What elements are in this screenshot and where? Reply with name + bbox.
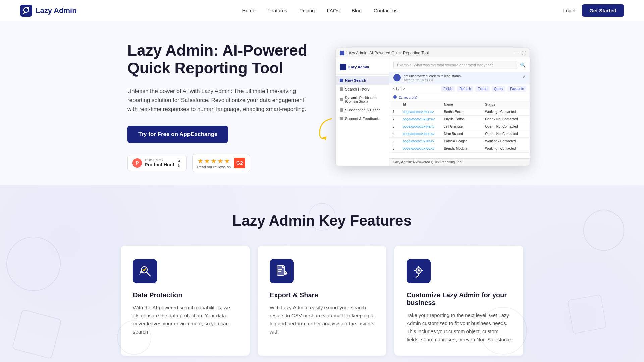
feature-card-2-title: Export & Share bbox=[270, 291, 374, 299]
mockup-sidebar: Lazy Admin New Search Search History bbox=[336, 58, 389, 166]
table-header: Id Name Status bbox=[389, 101, 530, 108]
features-section: Lazy Admin Key Features Data Protection … bbox=[0, 185, 644, 362]
upvote-arrow-icon: ▲ bbox=[177, 158, 182, 163]
svg-point-2 bbox=[27, 7, 29, 9]
table-row: 4 00QSi00000CdXfOEAV Mike Braund Open - … bbox=[389, 130, 530, 138]
header-actions: Login Get Started bbox=[563, 4, 624, 17]
result-timestamp: 2023.11.17, 10:33 AM bbox=[404, 79, 461, 82]
sidebar-item-icon bbox=[340, 79, 343, 82]
product-hunt-badge[interactable]: P FIND US ON Product Hunt ▲ 5 bbox=[127, 155, 187, 171]
data-protection-icon bbox=[133, 259, 157, 283]
mockup-search-input[interactable]: Example: What was the total revenue gene… bbox=[393, 61, 517, 69]
hero-description: Unleash the power of AI with Lazy Admin:… bbox=[127, 86, 315, 114]
mockup-toolbar: < 1 / 1 > Fields Refresh Export Query Fa… bbox=[389, 84, 530, 94]
feature-card-3-desc: Take your reporting to the next level. G… bbox=[407, 311, 511, 344]
feature-card-1-desc: With the AI-powered search capabilities,… bbox=[133, 304, 237, 336]
pagination-control[interactable]: < 1 / 1 > bbox=[393, 87, 405, 91]
g2-badge[interactable]: ★★★★★ Read our reviews on G2 bbox=[192, 154, 250, 172]
mockup-controls: — ⛶ bbox=[515, 51, 526, 55]
nav-home[interactable]: Home bbox=[242, 8, 255, 13]
header: Lazy Admin Home Features Pricing FAQs Bl… bbox=[0, 0, 644, 21]
get-started-button[interactable]: Get Started bbox=[582, 4, 624, 17]
mockup-tab: Lazy Admin: AI-Powered Quick Reporting T… bbox=[340, 51, 429, 55]
svg-rect-10 bbox=[568, 295, 606, 334]
product-hunt-name: Product Hunt bbox=[145, 162, 174, 167]
records-count: 22 record(s) bbox=[389, 94, 530, 101]
features-grid: Data Protection With the AI-powered sear… bbox=[121, 246, 523, 356]
mockup-table: Id Name Status 1 00QSi00000CdXfLEAV Bert… bbox=[389, 101, 530, 158]
hero-right: Lazy Admin: AI-Powered Quick Reporting T… bbox=[335, 48, 530, 166]
sidebar-search-history[interactable]: Search History bbox=[336, 85, 389, 94]
toolbar-actions: Fields Refresh Export Query Favourite bbox=[441, 86, 526, 92]
table-row: 1 00QSi00000CdXfLEAV Bertha Boxer Workin… bbox=[389, 108, 530, 116]
mockup-footer: Lazy Admin: AI-Powered Quick Reporting T… bbox=[389, 158, 530, 166]
feature-card-customize: Customize Lazy Admin for your business T… bbox=[394, 246, 523, 356]
table-row: 3 00QSi00000CdXfNEAV Jeff Glimpse Open -… bbox=[389, 123, 530, 130]
feature-card-data-protection: Data Protection With the AI-powered sear… bbox=[121, 246, 250, 356]
hero-title: Lazy Admin: AI-Powered Quick Reporting T… bbox=[127, 42, 315, 77]
sidebar-item-icon bbox=[340, 117, 343, 120]
hero-section: Lazy Admin: AI-Powered Quick Reporting T… bbox=[0, 21, 644, 185]
fields-button[interactable]: Fields bbox=[441, 86, 455, 92]
feature-card-export-share: Export & Share With Lazy Admin, easily e… bbox=[258, 246, 386, 356]
svg-point-6 bbox=[7, 237, 60, 291]
table-row: 2 00QSi00000CdXfMEAV Phyllis Cotton Open… bbox=[389, 116, 530, 123]
product-hunt-icon: P bbox=[132, 158, 142, 168]
sidebar-dynamic-dashboards[interactable]: Dynamic Dashboards (Coming Soon) bbox=[336, 94, 389, 106]
sidebar-support[interactable]: Support & Feedback bbox=[336, 114, 389, 123]
data-protection-icon-wrap bbox=[133, 259, 157, 283]
favourite-button[interactable]: Favourite bbox=[507, 86, 526, 92]
query-button[interactable]: Query bbox=[492, 86, 505, 92]
table-row: 6 00QSi00000CdXfQCAV Brenda Mcclure Work… bbox=[389, 145, 530, 153]
logo-icon bbox=[20, 5, 32, 17]
nav-features[interactable]: Features bbox=[267, 8, 287, 13]
login-button[interactable]: Login bbox=[563, 8, 575, 13]
export-button[interactable]: Export bbox=[475, 86, 490, 92]
sidebar-item-icon bbox=[340, 108, 343, 112]
mockup-search-icon[interactable]: 🔍 bbox=[520, 62, 526, 68]
mockup-search-bar: Example: What was the total revenue gene… bbox=[389, 58, 530, 72]
customize-icon-wrap bbox=[407, 259, 431, 283]
sidebar-new-search[interactable]: New Search bbox=[336, 76, 389, 85]
app-mockup: Lazy Admin: AI-Powered Quick Reporting T… bbox=[335, 48, 530, 166]
export-share-icon bbox=[270, 259, 294, 283]
nav-blog[interactable]: Blog bbox=[352, 8, 362, 13]
nav-pricing[interactable]: Pricing bbox=[300, 8, 315, 13]
svg-rect-5 bbox=[340, 51, 344, 55]
hero-left: Lazy Admin: AI-Powered Quick Reporting T… bbox=[127, 42, 315, 172]
sidebar-item-icon bbox=[340, 98, 343, 101]
nav-faqs[interactable]: FAQs bbox=[327, 8, 339, 13]
logo-text: Lazy Admin bbox=[36, 6, 77, 15]
customize-icon bbox=[407, 259, 431, 283]
logo[interactable]: Lazy Admin bbox=[20, 5, 77, 17]
mockup-result-bar: get unconverted leads with lead status 2… bbox=[389, 72, 530, 84]
product-hunt-find-label: FIND US ON bbox=[145, 159, 174, 162]
sidebar-subscription[interactable]: Subscription & Usage bbox=[336, 106, 389, 114]
tab-icon bbox=[340, 51, 344, 55]
sidebar-logo-icon bbox=[340, 64, 346, 70]
main-nav: Home Features Pricing FAQs Blog Contact … bbox=[242, 8, 397, 13]
g2-logo-icon: G2 bbox=[234, 158, 245, 168]
try-appexchange-button[interactable]: Try for Free on AppExchange bbox=[127, 126, 228, 143]
refresh-button[interactable]: Refresh bbox=[457, 86, 473, 92]
mockup-main-area: Example: What was the total revenue gene… bbox=[389, 58, 530, 166]
features-title: Lazy Admin Key Features bbox=[27, 212, 617, 229]
svg-rect-0 bbox=[20, 5, 32, 17]
star-rating: ★★★★★ bbox=[197, 157, 231, 165]
sidebar-logo: Lazy Admin bbox=[336, 61, 389, 75]
mockup-titlebar: Lazy Admin: AI-Powered Quick Reporting T… bbox=[336, 48, 530, 58]
export-share-icon-wrap bbox=[270, 259, 294, 283]
collapse-icon[interactable]: ∧ bbox=[523, 74, 526, 79]
svg-line-14 bbox=[146, 272, 150, 276]
feature-card-1-title: Data Protection bbox=[133, 291, 237, 299]
g2-read-label: Read our reviews on bbox=[197, 165, 231, 169]
sidebar-item-icon bbox=[340, 87, 343, 91]
mockup-body: Lazy Admin New Search Search History bbox=[336, 58, 530, 166]
result-query-text: get unconverted leads with lead status bbox=[404, 74, 461, 79]
result-avatar-icon bbox=[393, 74, 401, 81]
product-hunt-votes: ▲ 5 bbox=[177, 158, 182, 168]
feature-card-3-title: Customize Lazy Admin for your business bbox=[407, 291, 511, 307]
nav-contact[interactable]: Contact us bbox=[374, 8, 398, 13]
sidebar-logo-text: Lazy Admin bbox=[348, 65, 369, 69]
table-row: 5 00QSi00000CdXfPEAV Patricia Feager Wor… bbox=[389, 138, 530, 145]
